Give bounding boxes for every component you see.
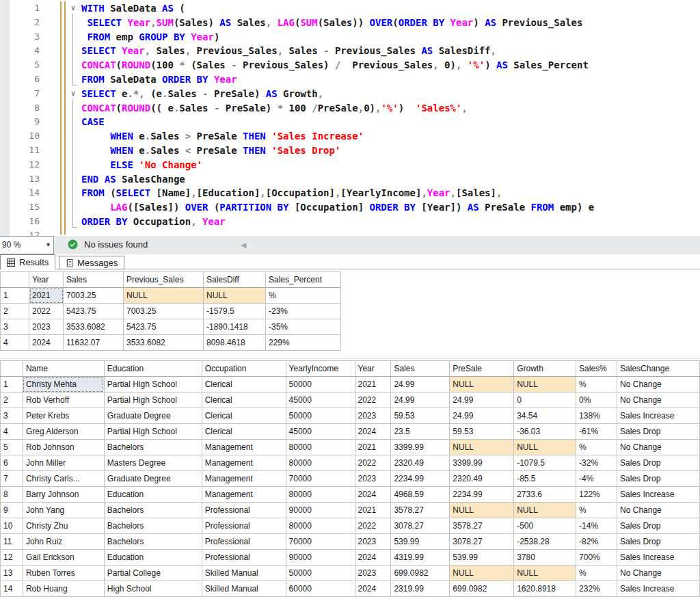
column-header[interactable]: SalesChange [617,361,700,377]
grid-corner[interactable] [1,272,29,288]
cell[interactable]: Masters Degree [104,455,202,471]
cell[interactable]: Partial High School [104,392,202,408]
cell[interactable]: % [266,288,341,304]
cell[interactable]: Professional [202,534,286,550]
cell[interactable]: Sales Drop [617,424,700,440]
cell[interactable]: Bachelors [104,503,202,518]
cell[interactable]: Christy Zhu [23,518,104,534]
cell[interactable]: -85.5 [514,471,576,487]
cell[interactable]: Education [104,487,202,503]
cell[interactable]: -32% [576,455,617,471]
cell[interactable]: 7003.25 [64,288,124,304]
cell[interactable]: 0 [514,392,576,408]
cell[interactable]: 23.5 [391,424,450,440]
column-header[interactable]: Growth [514,361,576,377]
column-header[interactable]: YearlyIncome [286,361,355,377]
cell[interactable]: Christy Mehta [23,377,104,392]
cell[interactable]: 59.53 [391,408,450,424]
cell[interactable]: Education [104,550,202,565]
cell[interactable]: 2021 [355,440,391,455]
cell[interactable]: 50000 [286,408,355,424]
cell[interactable]: 8098.4618 [204,335,266,351]
cell[interactable]: Clerical [202,408,286,424]
row-header[interactable]: 2 [1,392,23,408]
cell[interactable]: % [576,503,617,518]
cell[interactable]: % [576,440,617,455]
cell[interactable]: 2021 [29,288,64,304]
cell[interactable]: 539.99 [450,550,514,565]
column-header[interactable]: Occupation [202,361,286,377]
cell[interactable]: 5423.75 [124,319,204,335]
cell[interactable]: 3578.27 [450,518,514,534]
cell[interactable]: Partial High School [104,424,202,440]
row-header[interactable]: 3 [1,319,29,335]
code-line[interactable]: CASE [81,115,594,129]
cell[interactable]: 122% [576,487,617,503]
cell[interactable]: NULL [450,565,514,581]
cell[interactable]: NULL [450,377,514,392]
cell[interactable]: NULL [450,440,514,455]
cell[interactable]: Sales Increase [617,408,700,424]
code-line[interactable]: END AS SalesChange [81,172,594,187]
column-header[interactable]: Sales_Percent [266,272,341,288]
cell[interactable]: -14% [576,518,617,534]
cell[interactable]: Bachelors [104,534,202,550]
cell[interactable]: No Change [617,440,700,455]
cell[interactable]: Rob Johnson [23,440,104,455]
row-header[interactable]: 8 [1,487,23,503]
cell[interactable]: NULL [514,503,576,518]
cell[interactable]: 2024 [29,335,64,351]
cell[interactable]: Partial College [104,565,202,581]
cell[interactable]: 7003.25 [124,304,204,319]
cell[interactable]: 700% [576,550,617,565]
cell[interactable]: 3533.6082 [124,335,204,351]
cell[interactable]: % [576,377,617,392]
cell[interactable]: Management [202,471,286,487]
code-line[interactable]: WITH SaleData AS ( [81,1,594,16]
cell[interactable]: 2021 [355,377,391,392]
cell[interactable]: 90000 [286,550,355,565]
cell[interactable]: 11632.07 [64,335,124,351]
cell[interactable]: 24.99 [450,392,514,408]
cell[interactable]: 2022 [355,392,391,408]
code-line[interactable]: SELECT Year,SUM(Sales) AS Sales, LAG(SUM… [81,16,594,30]
code-line[interactable]: SELECT Year, Sales, Previous_Sales, Sale… [81,44,594,58]
cell[interactable]: 2024 [355,424,391,440]
column-header[interactable]: Name [23,361,104,377]
cell[interactable]: John Yang [23,503,104,518]
code-line[interactable]: FROM SaleData ORDER BY Year [81,72,594,87]
cell[interactable]: -4% [576,471,617,487]
cell[interactable]: High School [104,581,202,597]
row-header[interactable]: 1 [1,377,23,392]
row-header[interactable]: 7 [1,471,23,487]
scrollbar-left-arrow-icon[interactable]: ◀ [241,240,246,250]
cell[interactable]: 3078.27 [450,534,514,550]
cell[interactable]: 2024 [355,487,391,503]
column-header[interactable]: Sales% [576,361,617,377]
cell[interactable]: 59.53 [450,424,514,440]
column-header[interactable]: Sales [64,272,124,288]
cell[interactable]: Sales Increase [617,581,700,597]
cell[interactable]: -61% [576,424,617,440]
cell[interactable]: 90000 [286,503,355,518]
cell[interactable]: 2024 [355,581,391,597]
code-line[interactable]: ORDER BY Occupation, Year [81,215,594,229]
cell[interactable]: Management [202,487,286,503]
column-header[interactable]: Sales [391,361,450,377]
cell[interactable]: NULL [450,503,514,518]
row-header[interactable]: 4 [1,424,23,440]
cell[interactable]: 2023 [355,534,391,550]
cell[interactable]: Clerical [202,377,286,392]
row-header[interactable]: 10 [1,518,23,534]
cell[interactable]: 2320.49 [391,455,450,471]
cell[interactable]: Peter Krebs [23,408,104,424]
cell[interactable]: Sales Increase [617,487,700,503]
row-header[interactable]: 9 [1,503,23,518]
cell[interactable]: 24.99 [391,392,450,408]
cell[interactable]: NULL [514,440,576,455]
cell[interactable]: Greg Alderson [23,424,104,440]
cell[interactable]: 3780 [514,550,576,565]
code-line[interactable]: CONCAT(ROUND(( e.Sales - PreSale) * 100 … [81,101,594,116]
cell[interactable]: Management [202,455,286,471]
cell[interactable]: 699.0982 [450,581,514,597]
